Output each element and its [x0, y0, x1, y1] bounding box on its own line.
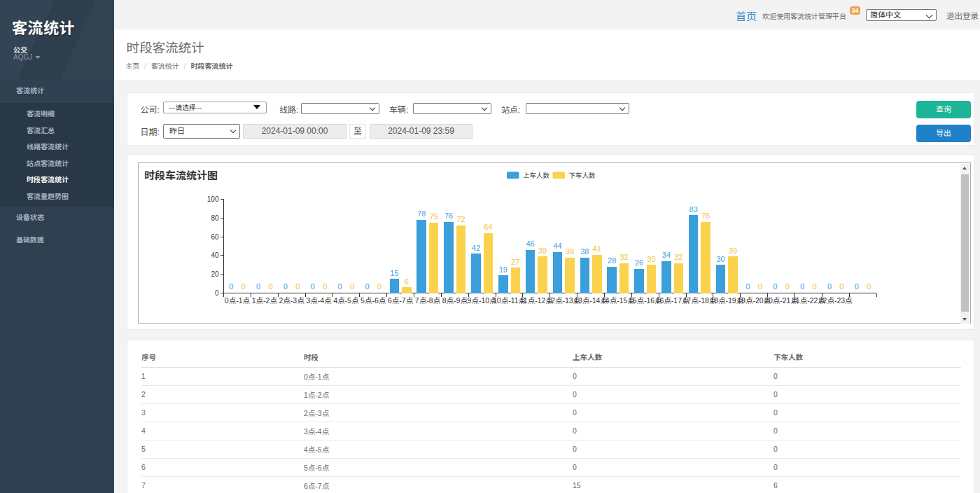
svg-text:上车人数: 上车人数 [523, 172, 550, 179]
svg-text:27: 27 [511, 258, 519, 266]
svg-text:32: 32 [620, 253, 628, 261]
svg-text:38: 38 [580, 247, 589, 256]
svg-text:0: 0 [785, 282, 790, 291]
svg-text:46: 46 [526, 239, 534, 248]
svg-text:60: 60 [211, 233, 219, 241]
svg-text:0: 0 [365, 282, 369, 291]
svg-text:34: 34 [662, 251, 671, 259]
svg-text:39: 39 [729, 246, 737, 255]
svg-text:0: 0 [229, 282, 233, 291]
svg-text:30: 30 [716, 255, 724, 263]
svg-text:42: 42 [472, 244, 480, 252]
svg-text:0: 0 [350, 282, 354, 291]
svg-text:时段车流统计图: 时段车流统计图 [144, 169, 218, 181]
svg-text:3点-4点: 3点-4点 [306, 296, 332, 305]
svg-text:20: 20 [211, 270, 219, 278]
svg-text:32: 32 [674, 253, 682, 261]
svg-text:0: 0 [256, 282, 260, 291]
svg-text:0: 0 [839, 282, 844, 291]
svg-text:5点-6点: 5点-6点 [360, 296, 386, 305]
svg-text:0: 0 [311, 282, 315, 291]
svg-text:80: 80 [211, 214, 219, 222]
svg-text:41: 41 [593, 244, 601, 253]
svg-text:15: 15 [390, 269, 398, 277]
svg-text:0: 0 [746, 282, 750, 291]
svg-text:0: 0 [323, 282, 327, 291]
svg-text:38: 38 [566, 247, 574, 256]
svg-text:0: 0 [827, 282, 832, 291]
svg-text:39: 39 [538, 246, 547, 255]
svg-text:0: 0 [377, 282, 382, 291]
svg-text:0: 0 [813, 282, 817, 291]
svg-text:0: 0 [800, 282, 804, 291]
svg-text:75: 75 [429, 212, 438, 221]
svg-text:100: 100 [207, 195, 219, 203]
svg-text:4点-5点: 4点-5点 [333, 296, 359, 305]
svg-text:0: 0 [215, 289, 219, 297]
svg-text:0: 0 [867, 282, 871, 291]
svg-text:6: 6 [405, 277, 409, 286]
svg-text:0: 0 [268, 282, 272, 291]
svg-text:1点-2点: 1点-2点 [252, 296, 278, 305]
svg-text:2点-3点: 2点-3点 [279, 296, 305, 305]
svg-text:0: 0 [241, 282, 246, 291]
svg-text:8点-9点: 8点-9点 [442, 296, 468, 305]
svg-text:19: 19 [499, 265, 507, 274]
svg-text:0: 0 [855, 282, 859, 291]
svg-text:28: 28 [608, 256, 616, 265]
svg-text:72: 72 [456, 215, 465, 223]
svg-text:26: 26 [635, 258, 643, 267]
svg-text:0: 0 [773, 282, 777, 291]
svg-text:7点-8点: 7点-8点 [415, 296, 441, 305]
svg-text:6点-7点: 6点-7点 [388, 296, 414, 305]
svg-text:30: 30 [647, 255, 655, 263]
svg-text:44: 44 [553, 242, 561, 250]
svg-text:0: 0 [284, 282, 288, 291]
svg-text:0: 0 [295, 282, 300, 291]
svg-text:76: 76 [444, 211, 453, 220]
svg-text:0: 0 [758, 282, 762, 291]
svg-text:0点-1点: 0点-1点 [225, 296, 251, 305]
svg-text:78: 78 [417, 209, 426, 218]
svg-text:下车人数: 下车人数 [569, 172, 596, 179]
svg-text:83: 83 [690, 205, 698, 214]
svg-text:40: 40 [211, 251, 219, 259]
svg-text:22点-23点: 22点-23点 [819, 296, 853, 305]
svg-text:0: 0 [338, 282, 342, 291]
svg-text:76: 76 [701, 211, 710, 220]
svg-text:64: 64 [484, 223, 492, 231]
